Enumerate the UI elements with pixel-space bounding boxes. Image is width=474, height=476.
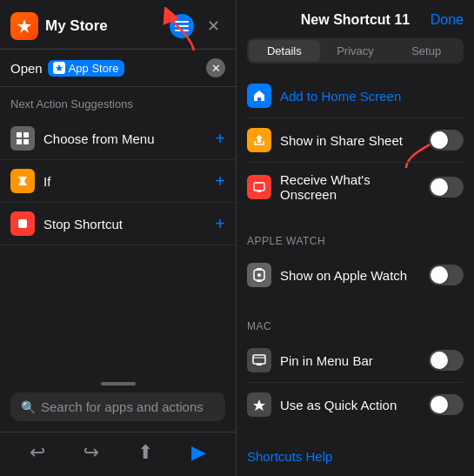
add-suggestion-icon[interactable]: + — [215, 171, 225, 191]
pin-menu-bar-toggle[interactable] — [429, 350, 464, 371]
suggestion-label: Stop Shortcut — [43, 217, 215, 231]
main-section: Add to Home Screen Show in Share Sheet — [237, 74, 474, 220]
done-button[interactable]: Done — [431, 12, 464, 28]
svg-point-15 — [257, 273, 261, 277]
shortcuts-help-section: Shortcuts Help — [237, 435, 474, 476]
svg-rect-8 — [18, 219, 27, 228]
my-store-icon — [10, 12, 38, 40]
shortcuts-help-link[interactable]: Shortcuts Help — [247, 449, 332, 464]
tab-details[interactable]: Details — [249, 40, 320, 62]
quick-action-label: Use as Quick Action — [280, 398, 429, 412]
mac-section-header: MAC — [237, 305, 474, 339]
svg-rect-6 — [17, 139, 22, 144]
receive-onscreen-label: Receive What's Onscreen — [280, 172, 429, 202]
grid-icon — [10, 126, 35, 151]
left-panel: My Store ✕ Open — [0, 0, 237, 476]
add-home-icon — [247, 84, 271, 108]
svg-rect-11 — [257, 191, 261, 192]
apple-watch-section-header: APPLE WATCH — [237, 220, 474, 253]
right-title: New Shortcut 11 — [301, 12, 410, 28]
right-header: New Shortcut 11 Done — [237, 0, 474, 35]
tab-privacy[interactable]: Privacy — [320, 40, 391, 62]
show-on-apple-watch-row[interactable]: Show on Apple Watch — [247, 253, 464, 297]
svg-rect-7 — [23, 139, 29, 144]
pin-menu-bar-label: Pin in Menu Bar — [280, 353, 429, 368]
action-row: Open App Store ✕ — [0, 50, 236, 87]
open-label: Open — [10, 61, 43, 76]
header-title: My Store — [45, 17, 170, 35]
mac-label: MAC — [247, 320, 271, 332]
svg-marker-19 — [253, 399, 265, 411]
share-icon[interactable]: ⬆ — [137, 441, 153, 464]
app-store-badge[interactable]: App Store — [48, 60, 124, 77]
mac-section: Pin in Menu Bar Use as Quick Action — [237, 339, 474, 435]
if-icon — [10, 169, 35, 193]
share-sheet-icon — [247, 128, 271, 152]
receive-onscreen-icon — [247, 175, 271, 199]
menu-icon[interactable] — [170, 14, 194, 38]
right-panel: New Shortcut 11 Done Details Privacy Set… — [237, 0, 474, 476]
left-header: My Store ✕ — [0, 0, 236, 50]
suggestions-list: Choose from Menu + If + Stop Sho — [0, 117, 236, 245]
use-as-quick-action-row[interactable]: Use as Quick Action — [247, 383, 464, 426]
bottom-bar: ↩ ↩ ⬆ ▶ — [0, 432, 236, 476]
suggestion-choose-from-menu[interactable]: Choose from Menu + — [0, 117, 236, 160]
show-in-share-sheet-row[interactable]: Show in Share Sheet — [247, 118, 464, 163]
tab-bar: Details Privacy Setup — [247, 38, 464, 64]
suggestion-stop-shortcut[interactable]: Stop Shortcut + — [0, 203, 236, 245]
forward-icon[interactable]: ↩ — [83, 441, 99, 464]
scroll-indicator — [101, 382, 136, 385]
search-placeholder: Search for apps and actions — [41, 399, 204, 414]
menu-bar-icon — [247, 348, 271, 372]
suggestion-label: Choose from Menu — [43, 131, 215, 146]
search-icon: 🔍 — [21, 400, 36, 414]
svg-rect-10 — [254, 183, 264, 191]
app-store-label: App Store — [69, 62, 119, 75]
svg-rect-1 — [175, 21, 189, 23]
search-bar[interactable]: 🔍 Search for apps and actions — [10, 392, 225, 421]
svg-rect-16 — [253, 355, 265, 364]
app-store-icon — [53, 62, 65, 74]
receive-whats-onscreen-row[interactable]: Receive What's Onscreen — [247, 163, 464, 211]
header-icons: ✕ — [170, 14, 225, 38]
show-apple-watch-toggle[interactable] — [429, 265, 464, 285]
svg-rect-2 — [175, 25, 189, 27]
apple-watch-section: Show on Apple Watch — [237, 253, 474, 305]
quick-action-icon — [247, 392, 271, 417]
tab-setup[interactable]: Setup — [391, 40, 462, 62]
play-icon[interactable]: ▶ — [191, 441, 206, 464]
suggestion-label: If — [43, 174, 215, 189]
svg-rect-5 — [23, 132, 29, 137]
remove-action-button[interactable]: ✕ — [206, 58, 225, 77]
svg-rect-17 — [257, 364, 262, 365]
apple-watch-icon — [247, 263, 271, 287]
quick-action-toggle[interactable] — [429, 394, 464, 415]
show-share-sheet-label: Show in Share Sheet — [280, 133, 429, 148]
stop-icon — [10, 211, 35, 236]
add-to-home-screen-label: Add to Home Screen — [280, 89, 464, 104]
add-to-home-screen-row[interactable]: Add to Home Screen — [247, 74, 464, 118]
back-icon[interactable]: ↩ — [30, 441, 45, 464]
pin-in-menu-bar-row[interactable]: Pin in Menu Bar — [247, 339, 464, 383]
show-apple-watch-label: Show on Apple Watch — [280, 268, 429, 283]
add-suggestion-icon[interactable]: + — [215, 214, 225, 234]
next-actions-label: Next Action Suggestions — [0, 87, 236, 117]
show-share-sheet-toggle[interactable] — [429, 130, 464, 151]
apple-watch-label: APPLE WATCH — [247, 235, 325, 247]
add-suggestion-icon[interactable]: + — [215, 129, 225, 149]
suggestion-if[interactable]: If + — [0, 160, 236, 203]
svg-rect-4 — [17, 132, 22, 137]
close-icon[interactable]: ✕ — [201, 14, 225, 38]
svg-rect-3 — [175, 30, 189, 31]
receive-onscreen-toggle[interactable] — [429, 177, 464, 198]
